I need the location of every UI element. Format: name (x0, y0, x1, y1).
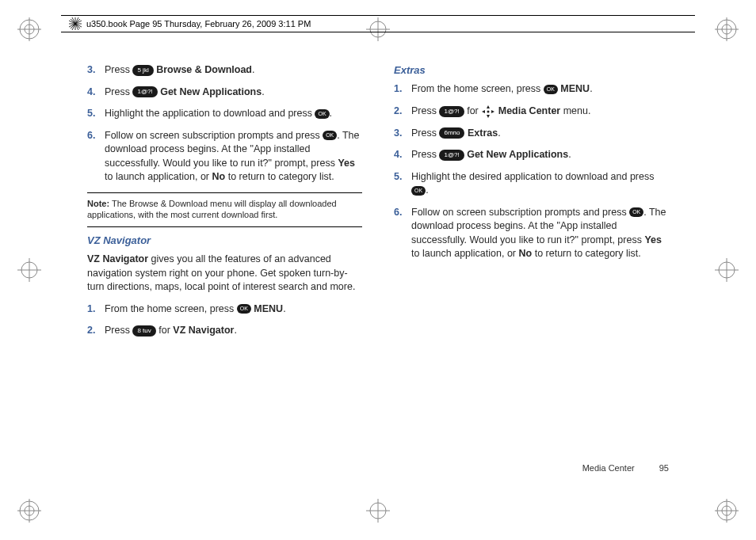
step-item: 2.Press 1@?! for Media Center menu. (394, 105, 669, 119)
step-body: Highlight the application to download an… (105, 107, 362, 121)
section-heading-extras: Extras (394, 63, 669, 78)
step-item: 4.Press 1@?! Get New Applications. (394, 148, 669, 162)
nav-arrows-icon (481, 105, 495, 119)
step-item: 5.Highlight the application to download … (87, 107, 362, 121)
svg-marker-38 (482, 110, 485, 113)
step-item: 1.From the home screen, press OK MENU. (394, 82, 669, 97)
crop-mark-icon (17, 499, 41, 523)
step-body: Press 6mno Extras. (411, 127, 669, 141)
step-body: From the home screen, press OK MENU. (105, 302, 362, 317)
step-number: 3. (394, 127, 411, 141)
key-k1_b-icon: 1@?! (439, 150, 464, 161)
footer-page: 95 (659, 463, 669, 473)
step-number: 5. (394, 170, 411, 198)
crop-mark-icon (366, 499, 390, 523)
key-ok-icon: OK (544, 85, 558, 94)
vz-intro: VZ Navigator gives you all the features … (87, 253, 362, 295)
vz-intro-bold: VZ Navigator (87, 253, 148, 264)
step-item: 2.Press 8 tuv for VZ Navigator. (87, 324, 362, 338)
step-number: 2. (394, 105, 411, 119)
step-body: From the home screen, press OK MENU. (411, 82, 669, 97)
crop-mark-icon (715, 258, 739, 282)
step-body: Press 1@?! Get New Applications. (105, 86, 362, 100)
note-text: Note: The Browse & Download menu will di… (87, 198, 362, 221)
step-item: 6.Follow on screen subscription prompts … (394, 206, 669, 261)
step-number: 6. (87, 129, 105, 184)
divider (87, 192, 362, 193)
page-content: 3.Press 5 jkl Browse & Download.4.Press … (87, 63, 669, 346)
key-ok-icon: OK (323, 131, 337, 140)
step-body: Press 5 jkl Browse & Download. (105, 63, 362, 78)
divider (87, 226, 362, 227)
svg-point-40 (487, 110, 490, 112)
step-item: 5.Highlight the desired application to d… (394, 170, 669, 198)
footer-section: Media Center (582, 463, 635, 473)
header-star-icon (69, 17, 82, 30)
step-list: 1.From the home screen, press OK MENU.2.… (87, 302, 362, 338)
left-column: 3.Press 5 jkl Browse & Download.4.Press … (87, 63, 362, 346)
step-body: Follow on screen subscription prompts an… (105, 129, 362, 184)
step-number: 4. (87, 86, 105, 100)
section-heading-vz: VZ Navigator (87, 234, 362, 248)
step-number: 5. (87, 107, 105, 121)
step-item: 3.Press 6mno Extras. (394, 127, 669, 141)
page-header-bar: u350.book Page 95 Thursday, February 26,… (61, 15, 695, 32)
crop-mark-icon (17, 17, 41, 41)
right-column: Extras 1.From the home screen, press OK … (394, 63, 669, 346)
key-ok-icon: OK (237, 304, 251, 314)
step-number: 3. (87, 63, 105, 78)
step-body: Press 8 tuv for VZ Navigator. (105, 324, 362, 338)
key-k1_b-icon: 1@?! (439, 106, 464, 117)
note-body: The Browse & Download menu will display … (87, 199, 337, 219)
key-k5-icon: 5 jkl (132, 65, 153, 76)
step-number: 4. (394, 148, 411, 162)
step-list: 3.Press 5 jkl Browse & Download.4.Press … (87, 63, 362, 184)
step-number: 6. (394, 206, 411, 261)
step-item: 4.Press 1@?! Get New Applications. (87, 86, 362, 100)
svg-marker-37 (487, 115, 490, 118)
step-body: Follow on screen subscription prompts an… (411, 206, 669, 261)
svg-marker-36 (487, 105, 490, 108)
step-item: 3.Press 5 jkl Browse & Download. (87, 63, 362, 78)
step-body: Press 1@?! Get New Applications. (411, 148, 669, 162)
key-ok-icon: OK (411, 186, 426, 196)
step-body: Press 1@?! for Media Center menu. (411, 105, 669, 119)
crop-mark-icon (715, 17, 739, 41)
step-body: Highlight the desired application to dow… (411, 170, 669, 198)
page-footer: Media Center 95 (582, 463, 669, 473)
note-label: Note: (87, 199, 109, 208)
key-k6-icon: 6mno (439, 127, 464, 139)
key-ok-icon: OK (315, 109, 329, 119)
key-k8-icon: 8 tuv (132, 325, 155, 337)
step-number: 1. (394, 82, 411, 97)
crop-mark-icon (715, 499, 739, 523)
step-number: 2. (87, 324, 105, 338)
svg-marker-39 (491, 110, 494, 113)
key-k1_a-icon: 1@?! (132, 86, 157, 97)
step-number: 1. (87, 302, 105, 317)
header-text: u350.book Page 95 Thursday, February 26,… (86, 19, 311, 29)
step-item: 6.Follow on screen subscription prompts … (87, 129, 362, 184)
key-ok-icon: OK (629, 207, 643, 217)
crop-mark-icon (17, 258, 41, 282)
step-list: 1.From the home screen, press OK MENU.2.… (394, 82, 669, 261)
step-item: 1.From the home screen, press OK MENU. (87, 302, 362, 317)
